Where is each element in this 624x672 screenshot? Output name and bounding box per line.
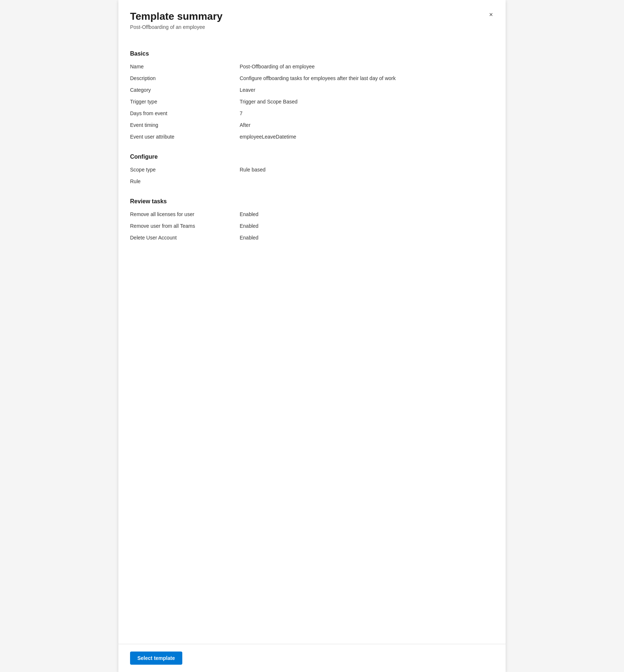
field-row-description: Description Configure offboarding tasks …: [130, 73, 494, 85]
field-label-rule: Rule: [130, 178, 240, 184]
field-label-remove-licenses: Remove all licenses for user: [130, 211, 240, 217]
configure-section: Configure Scope type Rule based Rule: [130, 154, 494, 188]
field-value-name: Post-Offboarding of an employee: [240, 64, 494, 69]
field-value-description: Configure offboarding tasks for employee…: [240, 75, 494, 81]
review-tasks-section-title: Review tasks: [130, 198, 494, 205]
field-label-event-timing: Event timing: [130, 122, 240, 128]
field-value-trigger-type: Trigger and Scope Based: [240, 99, 494, 105]
configure-section-title: Configure: [130, 154, 494, 160]
field-value-category: Leaver: [240, 87, 494, 93]
panel-header: Template summary Post-Offboarding of an …: [118, 0, 506, 36]
field-row-trigger-type: Trigger type Trigger and Scope Based: [130, 97, 494, 108]
panel-subtitle: Post-Offboarding of an employee: [130, 24, 494, 30]
field-label-event-user-attribute: Event user attribute: [130, 134, 240, 140]
field-label-delete-account: Delete User Account: [130, 235, 240, 241]
panel-content: Basics Name Post-Offboarding of an emplo…: [118, 36, 506, 644]
field-label-trigger-type: Trigger type: [130, 99, 240, 105]
field-label-category: Category: [130, 87, 240, 93]
field-value-delete-account: Enabled: [240, 235, 494, 241]
field-value-days-from-event: 7: [240, 110, 494, 116]
close-button[interactable]: ×: [485, 9, 497, 20]
field-row-category: Category Leaver: [130, 85, 494, 97]
review-tasks-section: Review tasks Remove all licenses for use…: [130, 198, 494, 244]
panel-footer: Select template: [118, 644, 506, 672]
field-row-delete-account: Delete User Account Enabled: [130, 233, 494, 244]
field-value-event-user-attribute: employeeLeaveDatetime: [240, 134, 494, 140]
field-row-rule: Rule: [130, 176, 494, 188]
template-summary-panel: Template summary Post-Offboarding of an …: [118, 0, 506, 672]
field-label-description: Description: [130, 75, 240, 81]
field-value-remove-licenses: Enabled: [240, 211, 494, 217]
field-row-name: Name Post-Offboarding of an employee: [130, 61, 494, 73]
field-label-name: Name: [130, 64, 240, 69]
basics-section: Basics Name Post-Offboarding of an emplo…: [130, 50, 494, 143]
field-value-event-timing: After: [240, 122, 494, 128]
field-value-remove-teams: Enabled: [240, 223, 494, 229]
field-row-remove-licenses: Remove all licenses for user Enabled: [130, 209, 494, 221]
field-row-event-timing: Event timing After: [130, 120, 494, 132]
field-label-days-from-event: Days from event: [130, 110, 240, 116]
field-label-scope-type: Scope type: [130, 167, 240, 173]
panel-title: Template summary: [130, 10, 494, 23]
field-row-remove-teams: Remove user from all Teams Enabled: [130, 221, 494, 233]
field-label-remove-teams: Remove user from all Teams: [130, 223, 240, 229]
field-row-scope-type: Scope type Rule based: [130, 165, 494, 176]
field-row-days-from-event: Days from event 7: [130, 108, 494, 120]
basics-section-title: Basics: [130, 50, 494, 57]
field-value-scope-type: Rule based: [240, 167, 494, 173]
select-template-button[interactable]: Select template: [130, 652, 182, 665]
field-row-event-user-attribute: Event user attribute employeeLeaveDateti…: [130, 132, 494, 143]
